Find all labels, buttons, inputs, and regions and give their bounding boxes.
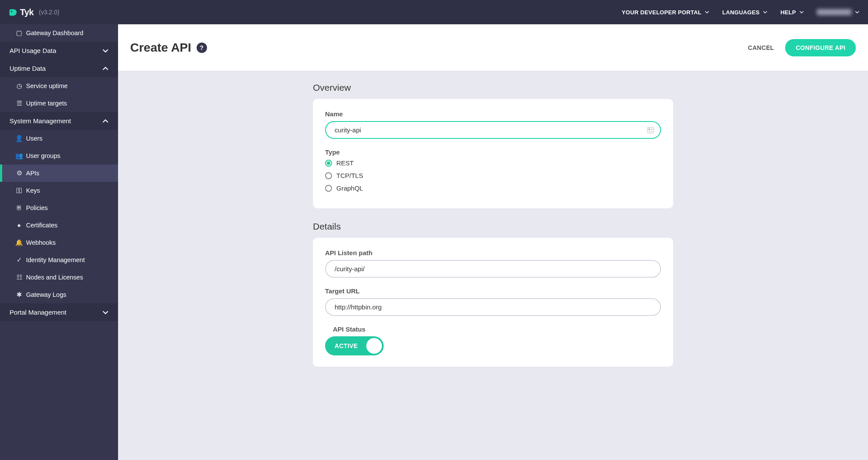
sidebar-item-service-uptime[interactable]: ◷ Service uptime — [0, 77, 118, 95]
contact-card-icon — [647, 127, 654, 133]
chevron-down-icon — [763, 10, 767, 14]
sidebar-item-label: Nodes and Licenses — [26, 274, 83, 281]
toggle-knob — [366, 338, 382, 354]
sidebar-item-label: Webhooks — [26, 239, 56, 246]
sidebar: ▢ Gateway Dashboard API Usage Data Uptim… — [0, 24, 118, 460]
sidebar-item-label: Service uptime — [26, 82, 68, 89]
cancel-button[interactable]: CANCEL — [748, 44, 774, 51]
listen-path-input[interactable] — [325, 260, 661, 278]
sidebar-item-user-groups[interactable]: 👥 User groups — [0, 147, 118, 164]
sidebar-item-certificates[interactable]: ● Certificates — [0, 217, 118, 234]
sidebar-item-webhooks[interactable]: 🔔 Webhooks — [0, 234, 118, 251]
log-icon: ✱ — [16, 292, 22, 297]
key-icon: ⚿ — [16, 188, 22, 193]
list-icon: ☰ — [16, 101, 22, 106]
chevron-down-icon — [855, 10, 859, 14]
version-text: (v3.2.0) — [39, 9, 59, 16]
chevron-up-icon — [102, 66, 108, 72]
sidebar-section-system-management[interactable]: System Management — [0, 112, 118, 130]
sidebar-item-apis[interactable]: ⚙ APIs — [0, 164, 118, 182]
tyk-logo-icon — [9, 8, 17, 16]
page-header: Create API ? CANCEL CONFIGURE API — [118, 24, 868, 71]
section-title-details: Details — [313, 221, 673, 232]
user-name-blurred — [817, 9, 852, 15]
label-target-url: Target URL — [325, 287, 661, 295]
sidebar-item-label: Gateway Dashboard — [26, 30, 83, 36]
sidebar-item-nodes-licenses[interactable]: ☷ Nodes and Licenses — [0, 269, 118, 286]
sidebar-item-label: Portal Management — [10, 309, 66, 316]
radio-label: TCP/TLS — [336, 172, 363, 179]
svg-rect-1 — [648, 128, 650, 130]
sidebar-item-label: Keys — [26, 187, 40, 194]
radio-icon — [325, 172, 332, 179]
sidebar-section-api-usage[interactable]: API Usage Data — [0, 42, 118, 59]
sidebar-item-label: User groups — [26, 152, 60, 159]
sidebar-item-users[interactable]: 👤 Users — [0, 130, 118, 147]
help-icon[interactable]: ? — [197, 43, 207, 53]
bell-icon: 🔔 — [16, 240, 22, 245]
page-title-text: Create API — [130, 41, 191, 55]
sidebar-item-keys[interactable]: ⚿ Keys — [0, 182, 118, 199]
sidebar-item-label: Gateway Logs — [26, 291, 66, 298]
target-url-input[interactable] — [325, 298, 661, 316]
radio-icon — [325, 185, 332, 192]
top-bar: Tyk (v3.2.0) YOUR DEVELOPER PORTAL LANGU… — [0, 0, 868, 24]
sidebar-item-gateway-logs[interactable]: ✱ Gateway Logs — [0, 286, 118, 303]
section-title-overview: Overview — [313, 82, 673, 93]
page-title: Create API ? — [130, 41, 207, 55]
chevron-down-icon — [705, 10, 709, 14]
nav-label: LANGUAGES — [722, 9, 760, 16]
name-input[interactable] — [325, 121, 661, 139]
users-icon: 👥 — [16, 153, 22, 158]
nav-developer-portal[interactable]: YOUR DEVELOPER PORTAL — [622, 9, 710, 16]
radio-rest[interactable]: REST — [325, 159, 661, 167]
sidebar-item-gateway-dashboard[interactable]: ▢ Gateway Dashboard — [0, 24, 118, 42]
sidebar-section-uptime-data[interactable]: Uptime Data — [0, 59, 118, 77]
shield-icon: ⛨ — [16, 205, 22, 210]
radio-icon — [325, 160, 332, 167]
certificate-icon: ● — [16, 223, 22, 228]
sidebar-item-policies[interactable]: ⛨ Policies — [0, 199, 118, 217]
monitor-icon: ▢ — [16, 30, 22, 36]
nav-help[interactable]: HELP — [780, 9, 804, 16]
header-actions: CANCEL CONFIGURE API — [748, 39, 856, 56]
check-icon: ✓ — [16, 257, 22, 263]
content-scroll: Overview Name Type REST — [118, 71, 868, 460]
label-type: Type — [325, 148, 661, 156]
sidebar-item-label: System Management — [10, 117, 71, 125]
label-name: Name — [325, 110, 661, 118]
card-overview: Name Type REST — [313, 99, 673, 208]
radio-graphql[interactable]: GraphQL — [325, 184, 661, 192]
topbar-right: YOUR DEVELOPER PORTAL LANGUAGES HELP — [622, 9, 859, 16]
label-listen-path: API Listen path — [325, 249, 661, 256]
sidebar-item-label: APIs — [26, 170, 39, 177]
logo[interactable]: Tyk (v3.2.0) — [9, 7, 59, 17]
radio-label: GraphQL — [336, 184, 363, 192]
nav-user[interactable] — [817, 9, 859, 15]
logo-text: Tyk — [20, 7, 33, 17]
card-details: API Listen path Target URL API Status AC… — [313, 238, 673, 367]
sidebar-item-identity-management[interactable]: ✓ Identity Management — [0, 251, 118, 269]
sidebar-item-label: Uptime Data — [10, 65, 46, 72]
chevron-down-icon — [102, 309, 108, 315]
label-api-status: API Status — [333, 325, 661, 333]
toggle-text: ACTIVE — [335, 342, 358, 349]
sidebar-item-label: Users — [26, 135, 43, 142]
chevron-down-icon — [799, 10, 804, 14]
sidebar-item-uptime-targets[interactable]: ☰ Uptime targets — [0, 95, 118, 112]
radio-tcp-tls[interactable]: TCP/TLS — [325, 172, 661, 179]
server-icon: ☷ — [16, 275, 22, 280]
sidebar-section-portal-management[interactable]: Portal Management — [0, 303, 118, 321]
nav-label: YOUR DEVELOPER PORTAL — [622, 9, 702, 16]
main-area: Create API ? CANCEL CONFIGURE API Overvi… — [118, 24, 868, 460]
nav-languages[interactable]: LANGUAGES — [722, 9, 767, 16]
nav-label: HELP — [780, 9, 796, 16]
sidebar-item-label: API Usage Data — [10, 47, 56, 54]
sidebar-item-label: Certificates — [26, 222, 58, 229]
api-status-toggle[interactable]: ACTIVE — [325, 336, 384, 355]
sidebar-item-label: Identity Management — [26, 256, 85, 263]
configure-api-button[interactable]: CONFIGURE API — [785, 39, 856, 56]
gauge-icon: ◷ — [16, 83, 22, 89]
radio-label: REST — [336, 159, 354, 167]
sidebar-item-label: Policies — [26, 204, 48, 211]
